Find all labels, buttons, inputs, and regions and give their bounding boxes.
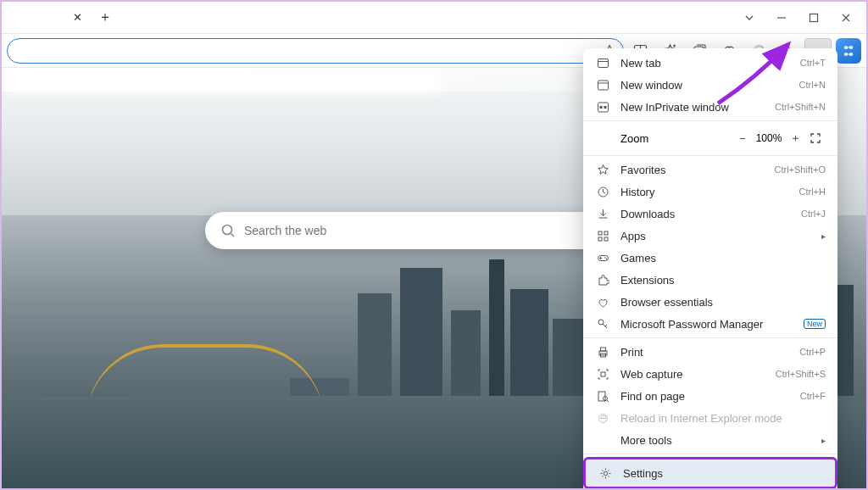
menu-reload-ie: Reload in Internet Explorer mode <box>583 407 837 429</box>
menu-zoom-row: Zoom − 100% ＋ <box>583 124 837 153</box>
zoom-out-button[interactable]: − <box>732 128 753 148</box>
key-icon <box>595 316 610 331</box>
menu-shortcut: Ctrl+P <box>799 347 826 357</box>
svg-point-44 <box>604 471 607 475</box>
chevron-right-icon: ▸ <box>821 436 826 445</box>
zoom-value: 100% <box>753 132 785 144</box>
menu-shortcut: Ctrl+N <box>799 80 826 90</box>
svg-rect-0 <box>810 14 818 21</box>
menu-password-manager[interactable]: Microsoft Password Manager New <box>583 313 837 335</box>
menu-item-label: More tools <box>620 434 821 447</box>
svg-rect-31 <box>598 237 602 241</box>
menu-shortcut: Ctrl+Shift+S <box>776 369 826 379</box>
menu-games[interactable]: Games <box>583 247 837 269</box>
copilot-icon[interactable] <box>836 38 861 64</box>
svg-rect-38 <box>600 348 605 351</box>
menu-new-tab[interactable]: New tab Ctrl+T <box>583 52 837 74</box>
svg-point-35 <box>605 258 607 259</box>
menu-extensions[interactable]: Extensions <box>583 269 837 291</box>
more-menu: New tab Ctrl+T New window Ctrl+N New InP… <box>583 48 837 490</box>
apps-icon <box>595 228 610 243</box>
menu-find-on-page[interactable]: Find on page Ctrl+F <box>583 385 837 407</box>
menu-item-label: Settings <box>623 467 823 480</box>
spacer-icon <box>595 432 610 448</box>
gear-icon <box>598 465 613 481</box>
menu-divider <box>583 155 837 156</box>
menu-shortcut: Ctrl+J <box>801 209 826 219</box>
find-icon <box>595 388 610 404</box>
menu-favorites[interactable]: Favorites Ctrl+Shift+O <box>583 159 837 181</box>
menu-new-inprivate[interactable]: New InPrivate window Ctrl+Shift+N <box>583 96 837 118</box>
menu-item-label: New InPrivate window <box>620 101 775 114</box>
svg-rect-24 <box>598 81 608 90</box>
capture-icon <box>595 366 610 381</box>
menu-more-tools[interactable]: More tools ▸ <box>583 429 837 451</box>
svg-rect-40 <box>601 372 605 376</box>
menu-item-label: New tab <box>620 57 800 70</box>
menu-shortcut: Ctrl+F <box>800 391 826 401</box>
history-icon <box>595 184 610 199</box>
svg-rect-32 <box>604 237 608 241</box>
menu-item-label: Favorites <box>620 164 774 176</box>
close-tab-icon[interactable]: ✕ <box>71 12 83 24</box>
address-bar[interactable] <box>7 38 624 64</box>
menu-downloads[interactable]: Downloads Ctrl+J <box>583 203 837 225</box>
browser-tab[interactable]: ✕ <box>5 4 90 31</box>
svg-rect-30 <box>604 231 608 235</box>
star-icon <box>595 162 610 177</box>
chevron-down-icon[interactable] <box>734 5 765 31</box>
menu-item-label: Apps <box>620 230 821 242</box>
svg-rect-25 <box>598 103 608 112</box>
title-bar: ✕ ＋ <box>2 2 866 34</box>
menu-item-label: Reload in Internet Explorer mode <box>620 412 826 425</box>
menu-shortcut: Ctrl+T <box>800 58 826 68</box>
menu-item-label: Web capture <box>620 368 776 381</box>
menu-item-label: Extensions <box>620 274 826 287</box>
window-controls <box>734 5 866 31</box>
menu-shortcut: Ctrl+Shift+O <box>774 164 826 175</box>
menu-divider <box>583 120 837 121</box>
menu-print[interactable]: Print Ctrl+P <box>583 341 837 363</box>
svg-rect-27 <box>604 106 606 109</box>
games-icon <box>595 250 610 265</box>
menu-web-capture[interactable]: Web capture Ctrl+Shift+S <box>583 363 837 385</box>
menu-history[interactable]: History Ctrl+H <box>583 181 837 203</box>
menu-item-label: Downloads <box>620 208 801 220</box>
menu-shortcut: Ctrl+H <box>799 187 826 197</box>
svg-rect-29 <box>598 231 602 235</box>
menu-item-label: Games <box>620 252 826 264</box>
heart-shield-icon <box>595 294 610 309</box>
search-icon <box>220 223 236 238</box>
chevron-right-icon: ▸ <box>821 231 826 241</box>
menu-new-window[interactable]: New window Ctrl+N <box>583 74 837 96</box>
menu-browser-essentials[interactable]: Browser essentials <box>583 291 837 313</box>
settings-highlight: Settings <box>583 457 837 489</box>
new-window-icon <box>595 77 610 92</box>
zoom-label: Zoom <box>595 132 732 145</box>
new-tab-icon <box>595 55 610 70</box>
inprivate-icon <box>595 99 610 114</box>
svg-point-34 <box>604 257 606 259</box>
ie-reload-icon <box>595 410 610 426</box>
close-window-button[interactable] <box>831 5 861 31</box>
blurred-region <box>2 68 442 93</box>
menu-shortcut: Ctrl+Shift+N <box>775 102 826 112</box>
menu-item-label: Microsoft Password Manager <box>620 318 798 331</box>
fullscreen-button[interactable] <box>805 128 826 148</box>
new-tab-button[interactable]: ＋ <box>93 6 117 30</box>
minimize-button[interactable] <box>766 5 797 31</box>
print-icon <box>595 344 610 359</box>
menu-settings[interactable]: Settings <box>586 459 835 487</box>
download-icon <box>595 206 610 221</box>
svg-rect-26 <box>599 106 602 109</box>
menu-item-label: New window <box>620 79 799 92</box>
extensions-icon <box>595 272 610 287</box>
zoom-in-button[interactable]: ＋ <box>785 128 805 148</box>
maximize-button[interactable] <box>798 5 829 31</box>
menu-item-label: Find on page <box>620 390 800 403</box>
svg-point-22 <box>223 226 232 235</box>
menu-item-label: Browser essentials <box>620 296 826 309</box>
new-badge: New <box>804 319 826 329</box>
menu-item-label: Print <box>620 346 799 359</box>
menu-apps[interactable]: Apps ▸ <box>583 225 837 247</box>
